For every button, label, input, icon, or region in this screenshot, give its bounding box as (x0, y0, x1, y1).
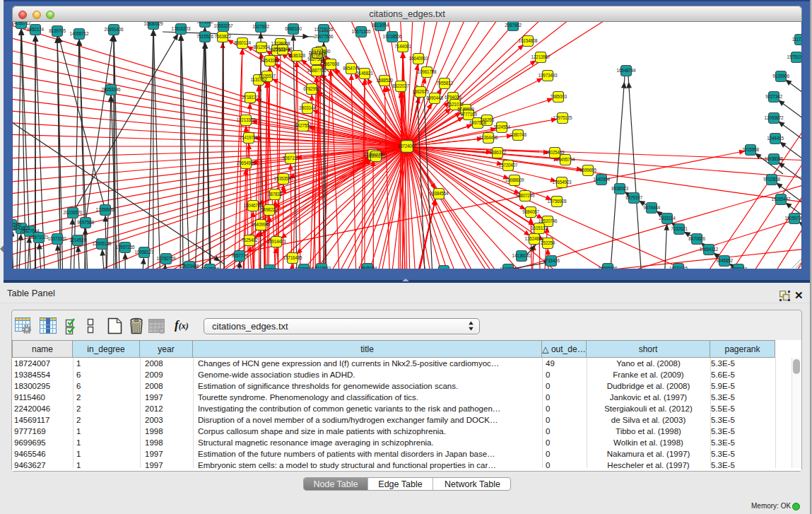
svg-text:9657774: 9657774 (231, 253, 248, 258)
svg-text:1214519: 1214519 (69, 238, 86, 243)
svg-text:16640910: 16640910 (409, 56, 428, 61)
svg-text:1640954: 1640954 (593, 177, 610, 182)
svg-text:9071162: 9071162 (196, 22, 213, 24)
svg-text:2867608: 2867608 (322, 62, 339, 66)
svg-text:7632621: 7632621 (671, 226, 688, 231)
svg-text:12871021: 12871021 (30, 235, 49, 240)
svg-text:18300295: 18300295 (367, 153, 386, 158)
svg-text:19654985: 19654985 (237, 160, 256, 165)
svg-text:8454749: 8454749 (343, 66, 360, 71)
svg-text:16887786: 16887786 (307, 68, 326, 73)
svg-text:7515526: 7515526 (196, 34, 213, 39)
svg-text:23228966: 23228966 (201, 267, 220, 269)
svg-text:10671355: 10671355 (352, 29, 371, 34)
svg-text:10719155: 10719155 (314, 27, 334, 32)
svg-text:8139705: 8139705 (49, 28, 66, 33)
svg-text:6879197: 6879197 (625, 195, 642, 200)
svg-text:1588520: 1588520 (376, 78, 393, 83)
svg-text:6966160: 6966160 (285, 26, 302, 31)
svg-text:10025433: 10025433 (546, 150, 565, 155)
svg-text:17654923: 17654923 (553, 180, 572, 185)
svg-text:18131115: 18131115 (669, 266, 688, 269)
svg-text:8470626: 8470626 (688, 236, 705, 241)
svg-text:18807249: 18807249 (516, 193, 535, 198)
svg-text:15059728: 15059728 (785, 216, 802, 221)
svg-text:8322037: 8322037 (392, 83, 409, 88)
svg-text:3624554: 3624554 (493, 124, 510, 129)
svg-text:13226058: 13226058 (271, 41, 290, 46)
svg-text:12093872: 12093872 (765, 115, 784, 120)
svg-text:19384554: 19384554 (430, 191, 449, 196)
svg-text:18845084: 18845084 (358, 266, 377, 269)
svg-text:7144081: 7144081 (394, 44, 411, 49)
svg-text:9097568: 9097568 (77, 220, 94, 225)
svg-text:14055712: 14055712 (70, 31, 89, 36)
svg-text:8186328: 8186328 (288, 53, 305, 58)
svg-text:9384067: 9384067 (522, 209, 539, 214)
svg-text:9327508: 9327508 (307, 57, 324, 62)
svg-text:19265447: 19265447 (772, 197, 791, 201)
svg-text:10653267: 10653267 (214, 23, 233, 28)
svg-text:8427552: 8427552 (295, 123, 312, 128)
svg-text:17832545: 17832545 (12, 222, 21, 227)
svg-text:7625402: 7625402 (241, 238, 258, 243)
svg-text:14055712: 14055712 (12, 22, 31, 25)
svg-text:1615132: 1615132 (531, 226, 548, 230)
svg-text:2087682: 2087682 (505, 23, 522, 28)
svg-text:8813054: 8813054 (372, 23, 389, 28)
svg-text:10654112: 10654112 (700, 247, 719, 252)
svg-text:10958127: 10958127 (135, 250, 154, 255)
svg-text:9450174: 9450174 (27, 27, 44, 32)
svg-text:7485003: 7485003 (550, 94, 567, 99)
svg-text:12923446: 12923446 (180, 264, 199, 269)
svg-text:16373331: 16373331 (48, 236, 67, 241)
svg-text:10973493: 10973493 (539, 73, 558, 78)
svg-text:8938923: 8938923 (611, 186, 628, 191)
svg-text:1244415: 1244415 (767, 136, 784, 141)
svg-text:8912954: 8912954 (253, 45, 270, 49)
svg-text:5498222: 5498222 (261, 207, 278, 212)
svg-text:18339616: 18339616 (295, 267, 314, 269)
svg-text:9245652: 9245652 (716, 258, 733, 263)
svg-text:8990448: 8990448 (426, 95, 443, 100)
svg-text:2803144: 2803144 (299, 105, 316, 110)
svg-text:16543362: 16543362 (261, 58, 280, 63)
svg-text:9227342: 9227342 (765, 94, 782, 99)
svg-text:15716485: 15716485 (283, 255, 302, 260)
svg-text:746266: 746266 (480, 117, 495, 122)
svg-text:1733426: 1733426 (543, 258, 560, 263)
svg-text:9699695: 9699695 (579, 168, 596, 173)
svg-text:12213967: 12213967 (531, 54, 551, 59)
svg-text:5398102: 5398102 (730, 267, 747, 269)
svg-text:17816203: 17816203 (172, 26, 191, 31)
svg-text:7663822: 7663822 (214, 34, 231, 39)
svg-text:26053346: 26053346 (102, 87, 121, 92)
svg-text:16914473: 16914473 (267, 239, 286, 244)
svg-text:2718170: 2718170 (242, 95, 259, 100)
svg-text:6026537: 6026537 (259, 74, 276, 78)
svg-text:12975125: 12975125 (553, 115, 572, 120)
svg-text:20677566: 20677566 (314, 34, 334, 39)
svg-text:20691406: 20691406 (105, 27, 124, 32)
svg-text:18565966: 18565966 (599, 266, 618, 269)
svg-text:19756928: 19756928 (548, 199, 567, 204)
svg-text:14136141: 14136141 (512, 253, 531, 258)
svg-text:15353593: 15353593 (274, 176, 293, 181)
svg-text:10830329: 10830329 (144, 22, 163, 26)
svg-text:7955812: 7955812 (436, 81, 453, 86)
svg-text:9146821: 9146821 (356, 71, 373, 76)
svg-text:21419705: 21419705 (240, 135, 259, 140)
svg-text:10961758: 10961758 (418, 69, 437, 74)
svg-text:9129906: 9129906 (772, 74, 789, 78)
svg-text:20206570: 20206570 (64, 210, 83, 215)
svg-text:18724007: 18724007 (398, 144, 417, 148)
svg-text:387833: 387833 (268, 192, 283, 197)
svg-text:10782759: 10782759 (157, 256, 176, 261)
svg-text:17359938: 17359938 (96, 207, 115, 212)
svg-text:21364436: 21364436 (479, 135, 498, 140)
svg-text:5749930: 5749930 (457, 107, 474, 112)
svg-text:16548784: 16548784 (617, 68, 636, 73)
svg-text:19218506: 19218506 (383, 34, 402, 39)
svg-text:15113942: 15113942 (312, 266, 331, 269)
svg-text:15720407: 15720407 (499, 163, 518, 168)
